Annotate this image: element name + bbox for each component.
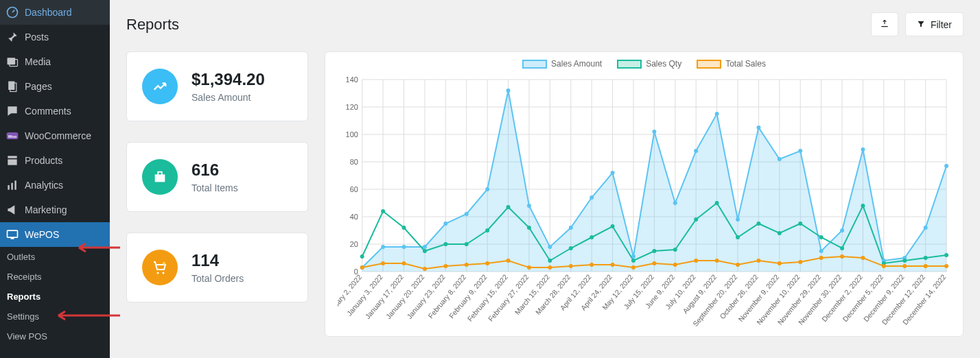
header-actions: Filter [871, 12, 964, 36]
admin-sidebar: DashboardPostsMediaPagesCommentsWooWooCo… [0, 0, 110, 358]
sidebar-item-woocommerce[interactable]: WooWooCommerce [0, 123, 110, 148]
svg-point-147 [882, 264, 886, 268]
sidebar-sub-settings[interactable]: Settings [0, 307, 110, 326]
sidebar-item-label: Comments [25, 106, 71, 117]
box-icon [142, 159, 178, 195]
svg-point-93 [360, 254, 364, 259]
svg-point-143 [798, 260, 802, 264]
svg-point-136 [652, 261, 656, 265]
svg-point-123 [381, 261, 385, 265]
chart-card: Sales AmountSales QtyTotal Sales 0204060… [325, 51, 964, 337]
export-icon [880, 19, 889, 30]
svg-point-86 [819, 249, 824, 253]
svg-point-130 [527, 265, 531, 270]
sidebar-item-wepos[interactable]: WePOS [0, 222, 110, 247]
stat-card-total-items: 616Total Items [126, 142, 308, 212]
legend-item[interactable]: Sales Amount [522, 59, 602, 69]
svg-text:Woo: Woo [8, 134, 17, 139]
svg-rect-11 [14, 180, 16, 189]
sidebar-item-label: Pages [25, 81, 52, 92]
svg-point-132 [569, 264, 573, 268]
svg-rect-10 [11, 183, 13, 190]
pages-icon [5, 80, 19, 93]
sidebar-item-media[interactable]: Media [0, 49, 110, 74]
stat-value: $1,394.20 [191, 70, 265, 90]
svg-point-65 [381, 245, 385, 249]
svg-point-103 [569, 246, 573, 250]
svg-point-135 [631, 265, 635, 270]
sidebar-item-pages[interactable]: Pages [0, 74, 110, 99]
legend-item[interactable]: Total Sales [697, 59, 766, 69]
svg-point-75 [590, 195, 594, 200]
svg-point-95 [402, 226, 406, 230]
sidebar-sub-reports[interactable]: Reports [0, 287, 110, 307]
svg-point-16 [157, 272, 159, 274]
filter-label: Filter [931, 19, 952, 30]
cart-icon [142, 250, 178, 285]
svg-point-66 [402, 245, 406, 249]
svg-point-72 [527, 204, 531, 208]
svg-point-17 [163, 272, 165, 274]
sidebar-item-products[interactable]: Products [0, 148, 110, 173]
stat-label: Sales Amount [191, 92, 265, 103]
svg-point-121 [944, 253, 948, 257]
sidebar-item-analytics[interactable]: Analytics [0, 173, 110, 198]
svg-point-133 [590, 263, 594, 267]
sidebar-item-comments[interactable]: Comments [0, 99, 110, 123]
svg-text:140: 140 [346, 75, 358, 84]
svg-text:80: 80 [350, 158, 358, 166]
svg-point-145 [840, 254, 844, 259]
filter-button[interactable]: Filter [905, 12, 964, 36]
stat-label: Total Items [191, 182, 238, 193]
svg-point-105 [611, 224, 615, 228]
sidebar-item-dashboard[interactable]: Dashboard [0, 0, 110, 25]
svg-point-112 [756, 222, 760, 226]
svg-point-80 [694, 149, 698, 153]
svg-point-88 [861, 147, 865, 152]
svg-point-141 [756, 259, 760, 263]
svg-point-101 [527, 226, 531, 230]
legend-label: Sales Qty [646, 59, 681, 69]
svg-rect-15 [158, 172, 162, 176]
svg-text:40: 40 [350, 213, 358, 221]
stat-card-sales-amount: $1,394.20Sales Amount [126, 51, 308, 121]
svg-point-68 [443, 222, 447, 226]
svg-rect-9 [8, 185, 10, 190]
svg-point-116 [840, 246, 844, 250]
svg-point-94 [381, 209, 385, 213]
svg-point-113 [778, 231, 782, 235]
svg-point-69 [465, 212, 469, 216]
svg-point-77 [631, 254, 635, 259]
svg-point-67 [423, 245, 427, 249]
sidebar-item-posts[interactable]: Posts [0, 25, 110, 49]
svg-point-84 [778, 157, 782, 161]
svg-point-125 [423, 267, 427, 271]
svg-text:January 17, 2022: January 17, 2022 [364, 273, 405, 320]
media-icon [5, 55, 19, 69]
stat-card-total-orders: 114Total Orders [126, 232, 308, 302]
page-title: Reports [126, 16, 179, 34]
sidebar-sub-view-pos[interactable]: View POS [0, 326, 110, 346]
svg-point-71 [506, 88, 511, 93]
svg-point-119 [902, 259, 907, 263]
sidebar-sub-receipts[interactable]: Receipts [0, 267, 110, 287]
legend-item[interactable]: Sales Qty [617, 59, 681, 69]
svg-point-99 [485, 228, 489, 232]
svg-point-18 [163, 262, 165, 265]
svg-point-138 [694, 259, 698, 263]
sidebar-item-label: Posts [25, 32, 49, 43]
export-button[interactable] [871, 12, 898, 36]
svg-point-134 [611, 263, 615, 267]
svg-point-73 [548, 245, 552, 249]
wepos-icon [5, 228, 19, 241]
legend-swatch [697, 60, 721, 69]
svg-point-124 [402, 261, 406, 265]
svg-rect-12 [8, 230, 18, 237]
sidebar-sub-outlets[interactable]: Outlets [0, 247, 110, 267]
svg-point-131 [548, 265, 552, 270]
svg-text:100: 100 [346, 130, 358, 139]
sidebar-item-marketing[interactable]: Marketing [0, 198, 110, 222]
svg-point-108 [673, 248, 677, 252]
svg-text:October 26, 2022: October 26, 2022 [719, 273, 760, 320]
svg-point-97 [443, 242, 447, 246]
